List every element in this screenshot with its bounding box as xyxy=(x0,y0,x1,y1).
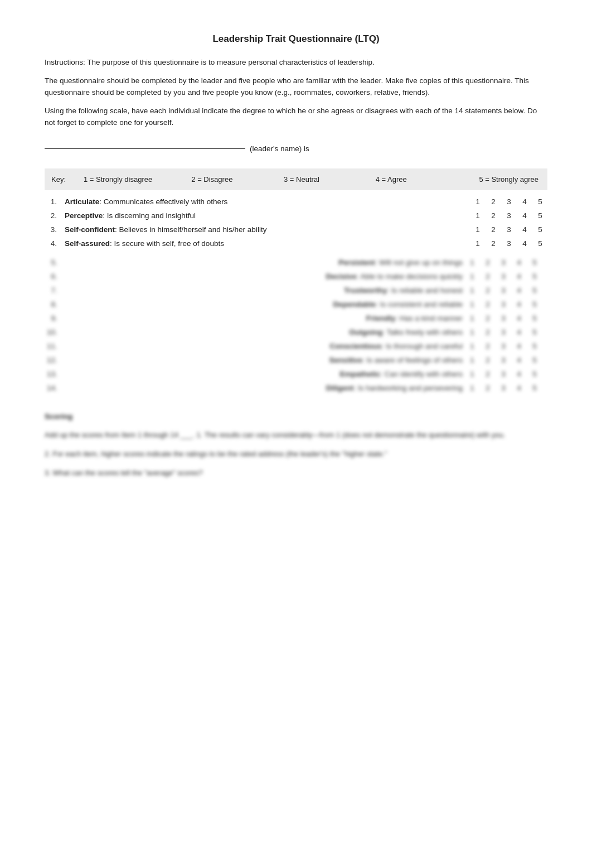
question-bold-3: Self-confident xyxy=(65,225,115,234)
question-num-3: 3. xyxy=(45,223,62,237)
question-desc-3: Self-confident: Believes in himself/hers… xyxy=(62,223,470,237)
question-row-1: 1. Articulate: Communicates effectively … xyxy=(45,195,547,209)
question-scores-2: 1 2 3 4 5 xyxy=(470,209,547,223)
question-desc-1: Articulate: Communicates effectively wit… xyxy=(62,195,470,209)
question-row-4: 4. Self-assured: Is secure with self, fr… xyxy=(45,237,547,250)
question-row-3: 3. Self-confident: Believes in himself/h… xyxy=(45,223,547,237)
scoring-section: Scoring Add up the scores from Item 1 th… xyxy=(45,411,547,479)
instruction-2: The questionnaire should be completed by… xyxy=(45,75,547,99)
question-row-2: 2. Perceptive: Is discerning and insight… xyxy=(45,209,547,223)
instruction-3: Using the following scale, have each ind… xyxy=(45,105,547,129)
question-bold-2: Perceptive xyxy=(65,211,103,220)
question-scores-1: 1 2 3 4 5 xyxy=(470,195,547,209)
scoring-para-1: Add up the scores from Item 1 through 14… xyxy=(45,430,547,441)
instructions-block: Instructions: The purpose of this questi… xyxy=(45,57,547,129)
question-num-1: 1. xyxy=(45,195,62,209)
key-label: Key: xyxy=(45,175,78,184)
question-bold-4: Self-assured xyxy=(65,239,110,248)
key-items: 1 = Strongly disagree 2 = Disagree 3 = N… xyxy=(78,175,547,184)
question-row-5-blurred: 5. Persistent: Will not give up on thing… xyxy=(45,250,547,398)
scoring-para-2: 2. For each item, higher scores indicate… xyxy=(45,449,547,460)
question-scores-3: 1 2 3 4 5 xyxy=(470,223,547,237)
leader-line-label: (leader's name) is xyxy=(250,144,309,153)
scoring-para-3: 3. What can the scores tell the "average… xyxy=(45,467,547,479)
questions-table: 1. Articulate: Communicates effectively … xyxy=(45,195,547,398)
question-num-4: 4. xyxy=(45,237,62,250)
scoring-title: Scoring xyxy=(45,411,547,423)
key-item-3: 3 = Neutral xyxy=(257,175,347,184)
leader-name-line: (leader's name) is xyxy=(45,144,547,153)
page-title: Leadership Trait Questionnaire (LTQ) xyxy=(45,33,547,45)
key-item-2: 2 = Disagree xyxy=(167,175,257,184)
question-scores-4: 1 2 3 4 5 xyxy=(470,237,547,250)
key-row: Key: 1 = Strongly disagree 2 = Disagree … xyxy=(45,168,547,190)
leader-name-underline xyxy=(45,148,245,149)
instruction-1: Instructions: The purpose of this questi… xyxy=(45,57,547,69)
question-desc-4: Self-assured: Is secure with self, free … xyxy=(62,237,470,250)
question-num-2: 2. xyxy=(45,209,62,223)
question-desc-2: Perceptive: Is discerning and insightful xyxy=(62,209,470,223)
key-item-4: 4 = Agree xyxy=(346,175,436,184)
key-item-1: 1 = Strongly disagree xyxy=(78,175,167,184)
question-bold-1: Articulate xyxy=(65,197,99,206)
question-blurred-block: 5. Persistent: Will not give up on thing… xyxy=(45,250,547,398)
key-item-5: 5 = Strongly agree xyxy=(436,175,547,184)
